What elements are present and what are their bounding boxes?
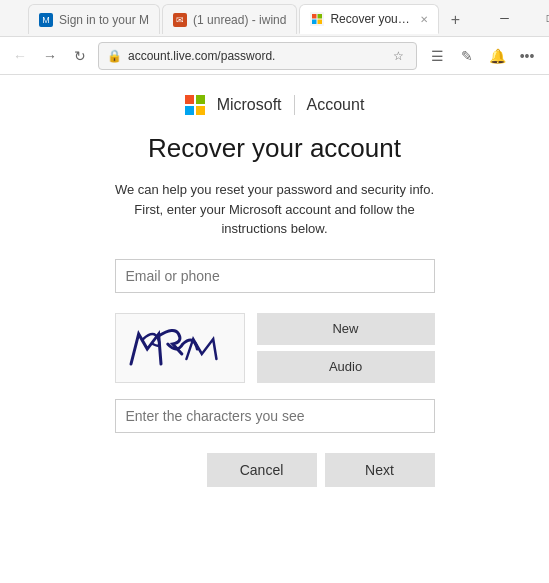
new-tab-button[interactable]: +	[441, 6, 469, 34]
address-box[interactable]: 🔒 account.live.com/password. ☆	[98, 42, 417, 70]
tab-close-icon[interactable]: ✕	[420, 14, 428, 25]
cancel-button[interactable]: Cancel	[207, 453, 317, 487]
tab-label-email: (1 unread) - iwind	[193, 13, 286, 27]
toolbar-actions: ☰ ✎ 🔔 •••	[423, 42, 541, 70]
more-button[interactable]: •••	[513, 42, 541, 70]
captcha-new-button[interactable]: New	[257, 313, 435, 345]
hub-button[interactable]: ☰	[423, 42, 451, 70]
next-button[interactable]: Next	[325, 453, 435, 487]
tab-favicon-email: ✉	[173, 13, 187, 27]
page-title: Recover your account	[148, 133, 401, 164]
captcha-section: New Audio	[115, 313, 435, 383]
ms-logo-red	[185, 95, 194, 104]
tab-favicon-signin: M	[39, 13, 53, 27]
action-buttons: Cancel Next	[115, 453, 435, 487]
tab-signin[interactable]: M Sign in to your M	[28, 4, 160, 34]
captcha-image	[115, 313, 245, 383]
ms-logo-green	[196, 95, 205, 104]
page-description: We can help you reset your password and …	[115, 180, 435, 239]
email-phone-input[interactable]	[115, 259, 435, 293]
title-bar: M Sign in to your M ✉ (1 unread) - iwind	[0, 0, 549, 36]
notifications-button[interactable]: 🔔	[483, 42, 511, 70]
captcha-buttons: New Audio	[257, 313, 435, 383]
forward-button[interactable]: →	[38, 44, 62, 68]
microsoft-logo	[185, 95, 205, 115]
address-actions: ☆	[388, 46, 408, 66]
lock-icon: 🔒	[107, 49, 122, 63]
ms-logo-blue	[185, 106, 194, 115]
svg-rect-0	[312, 14, 317, 19]
captcha-audio-button[interactable]: Audio	[257, 351, 435, 383]
refresh-button[interactable]: ↻	[68, 44, 92, 68]
bookmark-icon[interactable]: ☆	[388, 46, 408, 66]
svg-rect-2	[312, 20, 317, 25]
captcha-input[interactable]	[115, 399, 435, 433]
edit-button[interactable]: ✎	[453, 42, 481, 70]
microsoft-brand-text: Microsoft	[217, 96, 282, 114]
minimize-button[interactable]: ─	[481, 3, 527, 33]
ms-logo-yellow	[196, 106, 205, 115]
browser-chrome: M Sign in to your M ✉ (1 unread) - iwind	[0, 0, 549, 75]
address-bar-row: ← → ↻ 🔒 account.live.com/password. ☆ ☰ ✎…	[0, 36, 549, 74]
svg-rect-3	[318, 20, 323, 25]
tab-recover[interactable]: Recover your ... ✕	[299, 4, 439, 34]
address-text: account.live.com/password.	[128, 49, 382, 63]
page-content: Microsoft Account Recover your account W…	[0, 75, 549, 552]
header-account-text: Account	[307, 96, 365, 114]
tab-label-signin: Sign in to your M	[59, 13, 149, 27]
ms-header: Microsoft Account	[185, 95, 365, 115]
svg-rect-1	[318, 14, 323, 19]
tab-bar: M Sign in to your M ✉ (1 unread) - iwind	[20, 2, 477, 34]
header-divider	[294, 95, 295, 115]
tab-label-recover: Recover your ...	[330, 12, 410, 26]
tab-email[interactable]: ✉ (1 unread) - iwind	[162, 4, 297, 34]
maximize-button[interactable]: □	[527, 3, 549, 33]
tab-favicon-recover	[310, 12, 324, 26]
back-button[interactable]: ←	[8, 44, 32, 68]
